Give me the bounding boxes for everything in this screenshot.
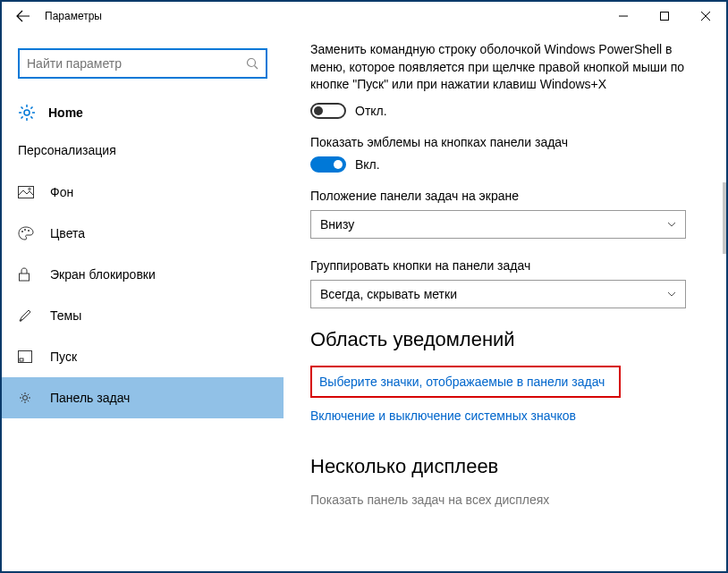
sidebar-item-lockscreen[interactable]: Экран блокировки [2, 254, 284, 295]
gear-icon [18, 104, 36, 122]
arrow-left-icon [16, 9, 30, 23]
link-select-icons[interactable]: Выберите значки, отображаемые в панели з… [310, 366, 621, 398]
home-row[interactable]: Home [2, 97, 284, 129]
lock-icon [18, 267, 36, 282]
svg-rect-10 [20, 358, 23, 361]
svg-point-5 [21, 231, 23, 232]
toggle-badges[interactable] [310, 156, 346, 173]
start-icon [18, 350, 36, 363]
powershell-desc: Заменить командную строку оболочкой Wind… [310, 41, 701, 94]
sidebar-item-themes[interactable]: Темы [2, 295, 284, 336]
svg-point-2 [24, 110, 30, 115]
svg-point-7 [28, 230, 30, 232]
minimize-icon [619, 12, 628, 21]
combine-label: Группировать кнопки на панели задач [310, 258, 701, 273]
search-input[interactable] [27, 56, 246, 71]
select-position-value: Внизу [320, 217, 354, 232]
toggle-badges-label: Вкл. [355, 157, 380, 172]
maximize-button[interactable] [644, 2, 685, 30]
sidebar-item-background[interactable]: Фон [2, 172, 284, 213]
close-button[interactable] [685, 2, 726, 30]
palette-icon [18, 226, 36, 240]
content-pane: Заменить командную строку оболочкой Wind… [284, 30, 726, 571]
search-box[interactable] [18, 48, 267, 79]
toggle-powershell[interactable] [310, 103, 346, 119]
category-label: Персонализация [2, 143, 284, 157]
window-title: Параметры [45, 10, 102, 22]
scrollbar[interactable] [723, 182, 726, 254]
brush-icon [18, 308, 36, 323]
svg-rect-0 [661, 13, 669, 21]
link-system-icons[interactable]: Включение и выключение системных значков [310, 409, 576, 423]
displays-desc: Показать панель задач на всех дисплеях [310, 493, 701, 507]
svg-point-6 [24, 229, 26, 231]
taskbar-icon [18, 391, 36, 405]
close-icon [701, 12, 710, 21]
section-notification-title: Область уведомлений [310, 328, 701, 351]
chevron-down-icon [667, 291, 676, 297]
sidebar-item-start[interactable]: Пуск [2, 336, 284, 377]
nav-list: Фон Цвета Экран блокировки Темы Пуск [2, 172, 284, 418]
chevron-down-icon [667, 222, 676, 227]
sidebar-item-taskbar[interactable]: Панель задач [2, 377, 284, 418]
nav-item-label: Фон [50, 185, 73, 199]
titlebar: Параметры [2, 2, 726, 30]
nav-item-label: Темы [50, 308, 81, 323]
sidebar: Home Персонализация Фон Цвета Экран блок… [2, 30, 284, 571]
badges-label: Показать эмблемы на кнопках панели задач [310, 135, 701, 149]
maximize-icon [660, 12, 669, 21]
select-position[interactable]: Внизу [310, 210, 686, 239]
position-label: Положение панели задач на экране [310, 189, 701, 203]
toggle-powershell-label: Откл. [355, 104, 387, 118]
nav-item-label: Пуск [50, 350, 77, 364]
section-displays-title: Несколько дисплеев [310, 455, 701, 478]
svg-point-1 [248, 59, 256, 67]
picture-icon [18, 186, 36, 198]
sidebar-item-colors[interactable]: Цвета [2, 213, 284, 254]
nav-item-label: Экран блокировки [50, 267, 156, 282]
svg-rect-8 [20, 274, 30, 281]
svg-point-11 [23, 396, 28, 400]
svg-point-4 [29, 188, 30, 190]
select-combine-value: Всегда, скрывать метки [320, 287, 457, 301]
nav-item-label: Цвета [50, 226, 85, 240]
home-label: Home [48, 105, 83, 120]
search-icon [246, 57, 258, 70]
select-combine[interactable]: Всегда, скрывать метки [310, 280, 686, 308]
minimize-button[interactable] [603, 2, 644, 30]
back-button[interactable] [9, 2, 38, 30]
nav-item-label: Панель задач [50, 391, 130, 405]
svg-rect-3 [19, 187, 34, 198]
